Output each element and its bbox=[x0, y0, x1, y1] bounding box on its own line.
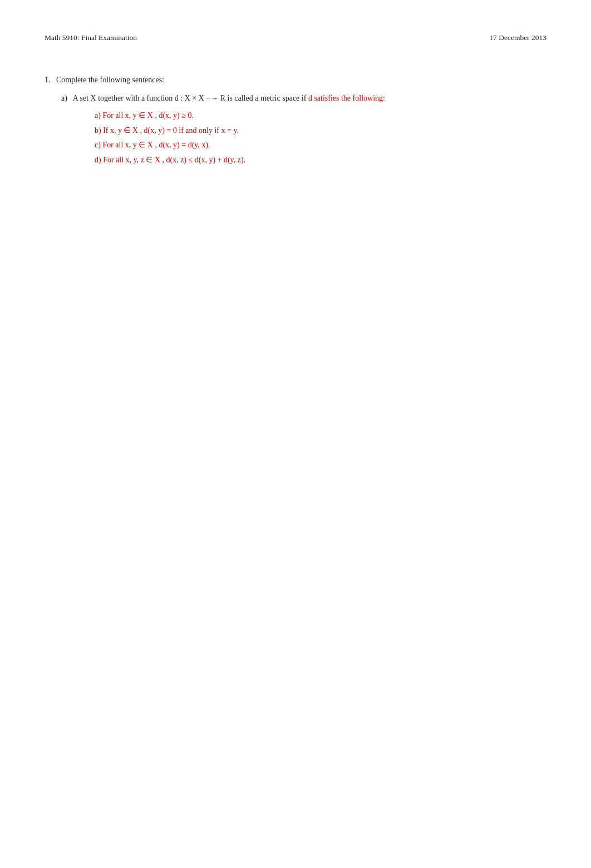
question-1-number: 1. Complete the following sentences: bbox=[45, 76, 546, 85]
question-1a-text: a) A set X together with a function d : … bbox=[61, 91, 546, 105]
main-content: 1. Complete the following sentences: a) … bbox=[45, 76, 546, 168]
answer-item-c: c) For all x, y ∈ X , d(x, y) = d(y, x). bbox=[95, 138, 546, 153]
part-text-red: d satisfies the following: bbox=[308, 94, 385, 102]
answer-item-d: d) For all x, y, z ∈ X , d(x, z) ≤ d(x, … bbox=[95, 153, 546, 168]
question-1: 1. Complete the following sentences: a) … bbox=[45, 76, 546, 168]
part-text-before: A set X together with a function d : X ×… bbox=[73, 94, 308, 102]
question-1-part-a: a) A set X together with a function d : … bbox=[61, 91, 546, 168]
answer-item-a: a) For all x, y ∈ X , d(x, y) ≥ 0. bbox=[95, 108, 546, 123]
page: Math 5910: Final Examination 17 December… bbox=[0, 0, 591, 868]
answer-list: a) For all x, y ∈ X , d(x, y) ≥ 0. b) If… bbox=[95, 108, 546, 167]
header-title-left: Math 5910: Final Examination bbox=[45, 33, 137, 42]
answer-item-b: b) If x, y ∈ X , d(x, y) = 0 if and only… bbox=[95, 123, 546, 138]
part-letter: a) bbox=[61, 94, 67, 102]
page-header: Math 5910: Final Examination 17 December… bbox=[45, 33, 546, 42]
header-date-right: 17 December 2013 bbox=[489, 33, 546, 42]
